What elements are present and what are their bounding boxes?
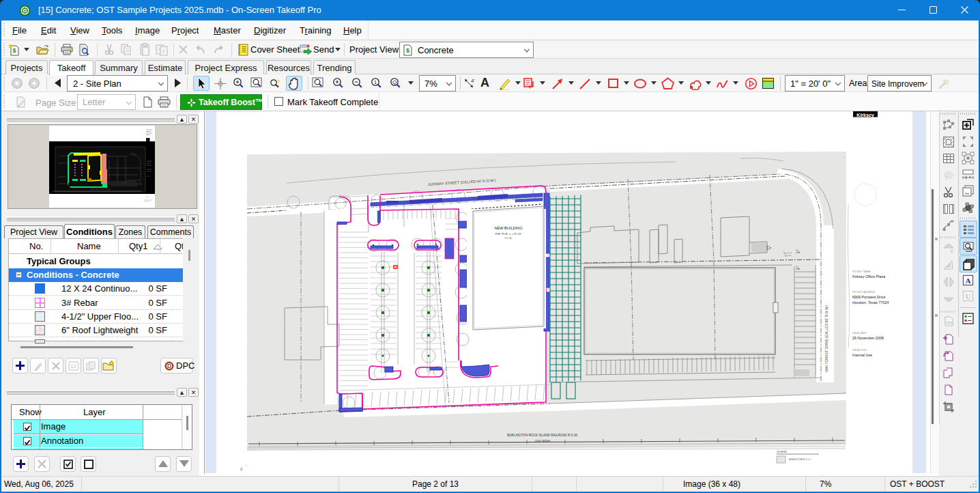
- svg-text:1: 1: [374, 79, 377, 85]
- svg-text:A: A: [966, 277, 971, 285]
- svg-text:26 November 2008: 26 November 2008: [852, 336, 884, 340]
- svg-text:PROJECT NAME: PROJECT NAME: [852, 270, 871, 273]
- svg-text:OAK FOREST DRIVE (CALLED 60' R: OAK FOREST DRIVE (CALLED 60' R.O.W.): [824, 305, 828, 372]
- svg-text:AREA IN STATE % 1:1: AREA IN STATE % 1:1: [789, 458, 811, 461]
- svg-text:NEW BUILDING: NEW BUILDING: [494, 226, 522, 230]
- svg-text:FIN. FLR. = +72.10': FIN. FLR. = +72.10': [495, 232, 522, 236]
- svg-text:4': 4': [471, 78, 475, 84]
- svg-text:Kirksey Office Plaza: Kirksey Office Plaza: [852, 274, 885, 279]
- svg-text:6909 Portwest Drive: 6909 Portwest Drive: [852, 295, 886, 299]
- svg-text:ISSUE DATE: ISSUE DATE: [852, 332, 867, 335]
- svg-text:D: D: [167, 363, 171, 369]
- svg-text:(100' WIDE): (100' WIDE): [535, 439, 551, 442]
- svg-text:Q: Q: [392, 79, 397, 85]
- svg-text:$: $: [406, 47, 409, 54]
- svg-text:Houston, Texas 77024: Houston, Texas 77024: [852, 300, 889, 305]
- svg-text:ISSUED FOR: ISSUED FOR: [852, 349, 867, 352]
- svg-text:U: U: [966, 292, 971, 300]
- svg-text:12: 12: [70, 363, 76, 369]
- svg-text:BURLINGTON-ROCK ISLAND RAILROA: BURLINGTON-ROCK ISLAND RAILROAD R.O.W.: [507, 434, 578, 437]
- svg-text:$: $: [12, 47, 16, 54]
- svg-text:PROJECT ADDRESS: PROJECT ADDRESS: [852, 291, 876, 294]
- svg-text:LEGEND: LEGEND: [777, 451, 788, 453]
- svg-text:Kirksey: Kirksey: [856, 113, 874, 118]
- svg-text:Internal Use: Internal Use: [852, 353, 872, 357]
- svg-text:TIFF: TIFF: [946, 322, 953, 325]
- svg-text:R.O.W.: R.O.W.: [505, 237, 513, 240]
